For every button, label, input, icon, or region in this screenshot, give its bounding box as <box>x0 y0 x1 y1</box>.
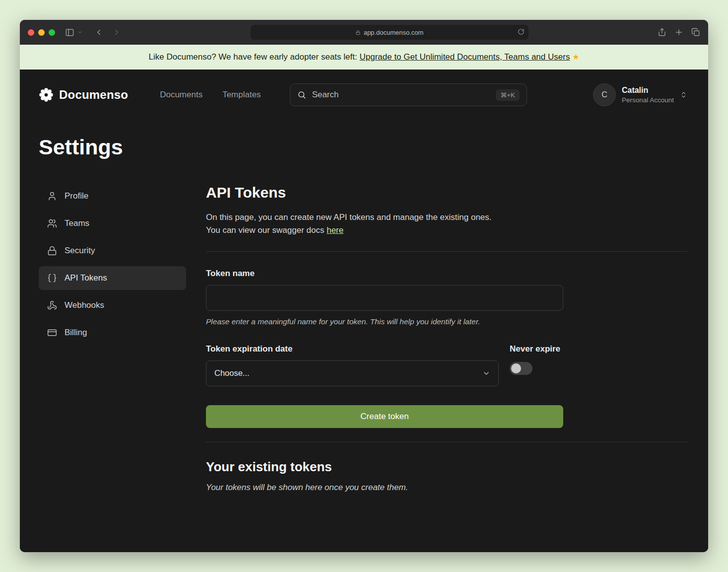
sidebar-item-api-tokens[interactable]: API Tokens <box>39 266 186 290</box>
sidebar-dropdown-icon[interactable] <box>77 30 82 35</box>
brand-name: Documenso <box>59 88 128 102</box>
tab-overview-icon[interactable] <box>691 28 700 37</box>
section-description: On this page, you can create new API tok… <box>206 211 687 224</box>
never-expire-label: Never expire <box>510 344 563 354</box>
swagger-docs-link[interactable]: here <box>327 225 343 235</box>
braces-icon <box>47 273 57 283</box>
api-tokens-panel: API Tokens On this page, you can create … <box>206 184 687 493</box>
refresh-icon[interactable] <box>518 28 525 35</box>
expiration-selected-value: Choose... <box>214 368 250 378</box>
upgrade-link[interactable]: Upgrade to Get Unlimited Documents, Team… <box>359 52 570 62</box>
sidebar-item-label: Billing <box>65 328 87 338</box>
new-tab-icon[interactable] <box>674 28 683 37</box>
main-nav: Documents Templates <box>160 90 261 100</box>
user-icon <box>47 191 57 201</box>
token-name-hint: Please enter a meaningful name for your … <box>206 317 687 326</box>
never-expire-column: Never expire <box>510 344 563 386</box>
token-name-label: Token name <box>206 269 687 279</box>
chevron-up-down-icon <box>680 90 687 99</box>
nav-documents[interactable]: Documents <box>160 90 202 100</box>
credit-card-icon <box>47 328 57 338</box>
chrome-right-buttons <box>658 28 700 37</box>
divider <box>206 251 687 252</box>
never-expire-toggle[interactable] <box>510 362 532 375</box>
url-text: app.documenso.com <box>364 29 424 36</box>
search-placeholder: Search <box>312 90 339 100</box>
documenso-app: Documenso Documents Templates Search ⌘+K… <box>20 70 708 552</box>
sidebar-item-label: Profile <box>65 191 88 201</box>
promo-text: Like Documenso? We have few early adopte… <box>149 52 360 62</box>
expiration-label: Token expiration date <box>206 344 499 354</box>
settings-layout: Profile Teams Security <box>39 184 687 493</box>
existing-tokens-title: Your existing tokens <box>206 459 687 475</box>
sidebar-item-webhooks[interactable]: Webhooks <box>39 293 186 317</box>
page-title: Settings <box>39 135 687 159</box>
webhook-icon <box>47 300 57 310</box>
minimize-window-button[interactable] <box>38 29 45 36</box>
expiration-select[interactable]: Choose... <box>206 360 499 386</box>
users-icon <box>47 218 57 228</box>
sidebar-toggle-icon[interactable] <box>65 28 74 37</box>
sidebar-item-label: Teams <box>65 218 89 228</box>
promo-banner: Like Documenso? We have few early adopte… <box>20 45 708 70</box>
account-menu[interactable]: C Catalin Personal Account <box>593 83 687 106</box>
share-icon[interactable] <box>658 28 666 37</box>
browser-chrome: app.documenso.com <box>20 20 708 45</box>
swagger-line: You can view our swagger docs here <box>206 224 687 237</box>
divider <box>206 442 687 442</box>
sidebar-item-security[interactable]: Security <box>39 239 186 263</box>
existing-tokens-hint: Your tokens will be shown here once you … <box>206 483 687 493</box>
forward-button-icon[interactable] <box>112 28 121 37</box>
traffic-lights <box>28 29 55 36</box>
nav-templates[interactable]: Templates <box>222 90 261 100</box>
avatar: C <box>593 83 616 106</box>
browser-window: app.documenso.com Like Documenso? We hav… <box>20 20 708 552</box>
settings-sidebar: Profile Teams Security <box>39 184 186 493</box>
back-button-icon[interactable] <box>94 28 103 37</box>
sidebar-item-billing[interactable]: Billing <box>39 321 186 345</box>
lock-icon <box>47 246 57 256</box>
address-bar[interactable]: app.documenso.com <box>251 25 529 40</box>
search-input[interactable]: Search ⌘+K <box>290 83 527 106</box>
section-title: API Tokens <box>206 184 687 201</box>
account-name: Catalin <box>622 85 674 96</box>
toggle-knob <box>511 363 521 373</box>
account-subtitle: Personal Account <box>622 96 674 105</box>
lock-icon <box>355 30 361 35</box>
sidebar-item-profile[interactable]: Profile <box>39 184 186 208</box>
create-token-button[interactable]: Create token <box>206 405 563 428</box>
app-header: Documenso Documents Templates Search ⌘+K… <box>39 70 687 106</box>
expiration-row: Token expiration date Choose... Never ex… <box>206 344 563 386</box>
star-icon: ★ <box>572 53 579 61</box>
search-icon <box>297 90 306 99</box>
expiration-column: Token expiration date Choose... <box>206 344 499 386</box>
sidebar-item-label: Security <box>65 246 95 256</box>
brand[interactable]: Documenso <box>39 87 128 102</box>
sidebar-item-teams[interactable]: Teams <box>39 212 186 235</box>
sidebar-item-label: Webhooks <box>65 300 104 310</box>
search-shortcut-badge: ⌘+K <box>496 89 519 101</box>
sidebar-item-label: API Tokens <box>65 273 107 283</box>
token-name-input[interactable] <box>206 285 563 311</box>
swagger-text: You can view our swagger docs <box>206 225 327 235</box>
chevron-down-icon <box>482 369 490 377</box>
documenso-logo-icon <box>39 87 54 102</box>
close-window-button[interactable] <box>28 29 34 36</box>
zoom-window-button[interactable] <box>49 29 55 36</box>
